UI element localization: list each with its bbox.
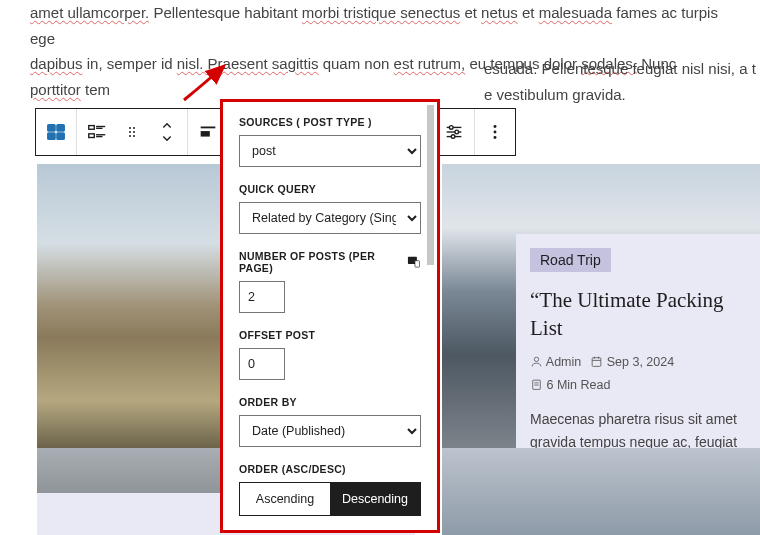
- move-arrows-icon[interactable]: [147, 108, 187, 156]
- svg-rect-0: [48, 125, 55, 131]
- svg-rect-52: [415, 261, 419, 267]
- svg-rect-17: [201, 131, 210, 137]
- svg-point-15: [133, 135, 135, 137]
- svg-point-35: [449, 126, 453, 130]
- svg-point-42: [494, 136, 497, 139]
- author-meta: Admin: [530, 355, 581, 369]
- panel-scrollbar[interactable]: [427, 105, 434, 265]
- num-posts-label: NUMBER OF POSTS (PER PAGE): [239, 250, 406, 274]
- paragraph-continuation: esuada. Pellentesque feugiat nisl nisi, …: [484, 56, 756, 107]
- order-desc-button[interactable]: Descending: [330, 483, 420, 515]
- svg-point-14: [129, 135, 131, 137]
- offset-label: OFFSET POST: [239, 329, 421, 341]
- post-title[interactable]: “The Ultimate Packing List: [530, 286, 760, 343]
- svg-point-40: [494, 125, 497, 128]
- date-meta: Sep 3, 2024: [590, 355, 674, 369]
- order-segmented: Ascending Descending: [239, 482, 421, 516]
- svg-point-11: [133, 127, 135, 129]
- sources-select[interactable]: post: [239, 135, 421, 167]
- svg-point-39: [451, 135, 455, 139]
- svg-rect-3: [57, 133, 64, 139]
- orderby-label: ORDER BY: [239, 396, 421, 408]
- svg-rect-7: [89, 134, 95, 138]
- offset-input[interactable]: [239, 348, 285, 380]
- num-posts-input[interactable]: [239, 281, 285, 313]
- order-asc-button[interactable]: Ascending: [240, 483, 330, 515]
- block-type-icon[interactable]: [36, 108, 76, 156]
- sliders-icon[interactable]: [434, 108, 474, 156]
- svg-point-10: [129, 127, 131, 129]
- orderby-select[interactable]: Date (Published): [239, 415, 421, 447]
- svg-rect-16: [201, 127, 216, 129]
- drag-handle-icon[interactable]: [117, 108, 147, 156]
- readtime-meta: 6 Min Read: [530, 378, 610, 392]
- responsive-icon[interactable]: [406, 254, 421, 270]
- svg-point-12: [129, 131, 131, 133]
- quick-query-select[interactable]: Related by Category (Single Post): [239, 202, 421, 234]
- svg-rect-44: [592, 357, 601, 366]
- query-settings-panel: SOURCES ( POST TYPE ) post QUICK QUERY R…: [220, 99, 440, 533]
- sticky-toggle[interactable]: [239, 532, 275, 533]
- list-view-icon[interactable]: [77, 108, 117, 156]
- post-meta: Admin Sep 3, 2024 6 Min Read: [530, 355, 760, 392]
- quick-query-label: QUICK QUERY: [239, 183, 421, 195]
- svg-rect-2: [48, 133, 55, 139]
- svg-point-43: [534, 357, 538, 361]
- order-label: ORDER (ASC/DESC): [239, 463, 421, 475]
- svg-point-41: [494, 131, 497, 134]
- bottom-image-right: [442, 448, 760, 535]
- sources-label: SOURCES ( POST TYPE ): [239, 116, 421, 128]
- svg-point-13: [133, 131, 135, 133]
- svg-rect-4: [89, 126, 95, 130]
- more-options-icon[interactable]: [475, 108, 515, 156]
- svg-rect-1: [57, 125, 64, 131]
- category-badge[interactable]: Road Trip: [530, 248, 611, 272]
- svg-point-37: [455, 130, 459, 134]
